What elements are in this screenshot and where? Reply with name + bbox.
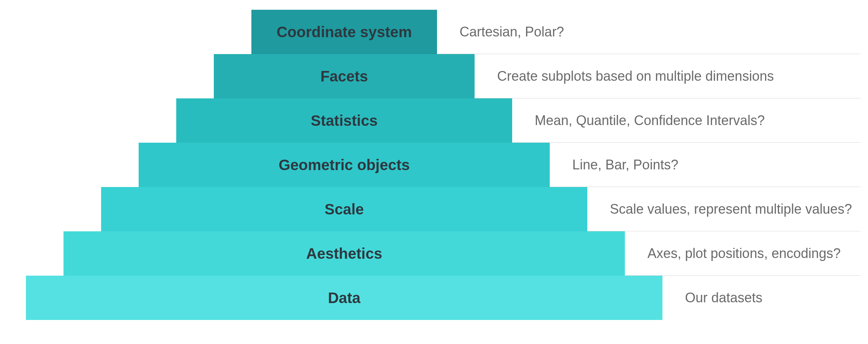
layer-description: Scale values, represent multiple values? [587,201,852,217]
layer-desc-statistics: Mean, Quantile, Confidence Intervals? [512,98,860,143]
layer-description: Create subplots based on multiple dimens… [475,68,774,84]
layer-description: Our datasets [662,290,762,306]
layer-block-coordinate-system: Coordinate system [251,10,437,54]
layer-block-geometric-objects: Geometric objects [139,143,550,187]
layer-desc-facets: Create subplots based on multiple dimens… [475,54,860,98]
layer-description: Line, Bar, Points? [550,157,678,173]
layer-block-facets: Facets [214,54,475,98]
layer-block-data: Data [26,276,662,320]
layer-block-scale: Scale [101,187,587,231]
layer-desc-coordinate-system: Cartesian, Polar? [437,10,860,54]
layer-desc-data: Our datasets [662,276,860,320]
layer-desc-aesthetics: Axes, plot positions, encodings? [625,231,860,276]
layer-label: Scale [325,201,364,218]
layer-desc-scale: Scale values, represent multiple values? [587,187,860,231]
layer-label: Coordinate system [277,24,412,41]
layer-description: Mean, Quantile, Confidence Intervals? [512,113,765,128]
layer-block-statistics: Statistics [176,98,512,143]
layer-label: Aesthetics [306,245,382,262]
layer-label: Geometric objects [278,157,410,174]
layered-pyramid-diagram: Coordinate system Cartesian, Polar? Face… [0,0,868,344]
layer-label: Data [328,290,361,306]
layer-label: Facets [321,68,368,85]
layer-block-aesthetics: Aesthetics [64,231,625,276]
layer-description: Axes, plot positions, encodings? [625,246,841,261]
layer-desc-geometric-objects: Line, Bar, Points? [550,143,860,187]
layer-description: Cartesian, Polar? [437,24,564,40]
layer-label: Statistics [311,112,378,129]
